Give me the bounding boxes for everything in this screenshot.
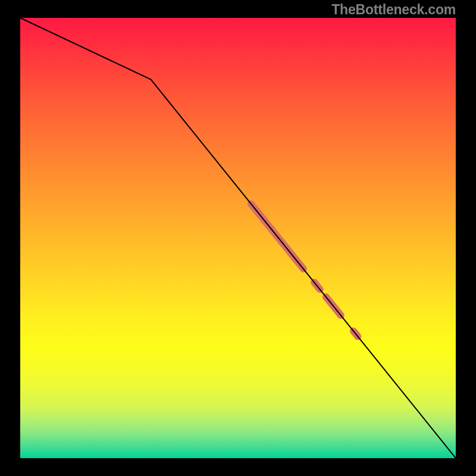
- chart-frame: TheBottleneck.com: [0, 0, 476, 476]
- bottleneck-curve: [20, 18, 456, 458]
- chart-overlay: [0, 0, 476, 476]
